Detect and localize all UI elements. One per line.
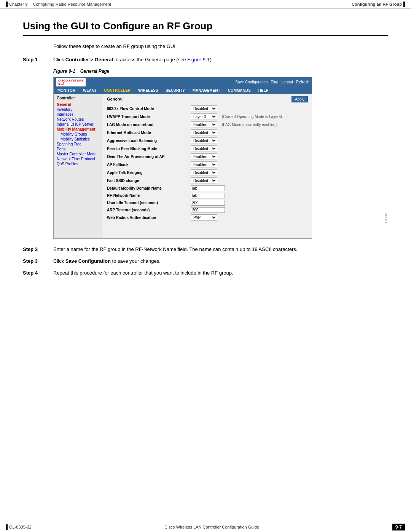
figure-link[interactable]: Figure 9-1 [187, 57, 210, 62]
label-appletalk: Apple Talk Bridging [107, 171, 191, 175]
form-row-fast-ssid: Fast SSID change DisabledEnabled [107, 177, 308, 184]
control-appletalk: DisabledEnabled [191, 169, 217, 176]
footer-left-accent [6, 524, 8, 530]
control-arp-timeout [191, 207, 225, 213]
select-appletalk[interactable]: DisabledEnabled [191, 169, 217, 176]
gui-topbar: CISCO SYSTEMS أحدقا Save Configuration P… [54, 77, 312, 87]
form-row-arp-timeout: ARP Timeout (seconds) [107, 207, 308, 213]
nav-management[interactable]: MANAGEMENT [193, 88, 220, 93]
form-row-p2p: Peer to Peer Blocking Mode DisabledEnabl… [107, 145, 308, 152]
refresh-link[interactable]: Refresh [296, 80, 309, 84]
chapter-text: Chapter 9 [9, 2, 27, 6]
sidebar-item-mobility-groups[interactable]: Mobility Groups [57, 132, 100, 136]
label-fast-ssid: Fast SSID change [107, 179, 191, 183]
step-2-content: Enter a name for the RF group in the RF-… [53, 246, 388, 252]
control-lag: EnabledDisabled (LAG Mode is currently e… [191, 121, 278, 128]
select-multicast[interactable]: DisabledEnabled [191, 129, 217, 136]
select-web-radius[interactable]: PAPCHAP [191, 214, 217, 221]
footer-bar: OL-8335-02 Cisco Wireless LAN Controller… [0, 522, 411, 532]
sidebar-item-master-controller[interactable]: Master Controller Mode [57, 152, 100, 156]
step-2-block: Step 2 Enter a name for the RF group in … [23, 246, 388, 252]
form-row-ap-fallback: AP Fallback EnabledDisabled [107, 161, 308, 168]
select-lwapp[interactable]: Layer 3Layer 2 [191, 113, 217, 120]
step-3-block: Step 3 Click Save Configuration to save … [23, 258, 388, 264]
nav-wireless[interactable]: WIRELESS [138, 88, 158, 93]
sidebar-item-interfaces[interactable]: Interfaces [57, 112, 100, 117]
label-lag: LAG Mode on next reboot [107, 123, 191, 127]
gui-section-title: General [107, 97, 123, 101]
input-rf-network[interactable] [191, 193, 225, 198]
step-3-content: Click Save Configuration to save your ch… [53, 258, 388, 264]
figure-caption-text: General Page [80, 69, 110, 74]
header-right-text: Configuring an RF Group [352, 2, 402, 6]
ping-link[interactable]: Ping [271, 80, 278, 84]
control-p2p: DisabledEnabled [191, 145, 217, 152]
select-load-balance[interactable]: DisabledEnabled [191, 137, 217, 144]
form-row-ota: Over The Air Provisioning of AP EnabledD… [107, 153, 308, 160]
sidebar-item-spanning-tree[interactable]: Spanning Tree [57, 142, 100, 146]
gui-sidebar: Controller General Inventory Interfaces … [54, 94, 103, 238]
sidebar-item-inventory[interactable]: Inventory [57, 107, 100, 112]
form-row-lag: LAG Mode on next reboot EnabledDisabled … [107, 121, 308, 128]
logout-link[interactable]: Logout [281, 80, 293, 84]
save-config-link[interactable]: Save Configuration [235, 80, 268, 84]
input-arp-timeout[interactable] [191, 207, 225, 213]
select-ota[interactable]: EnabledDisabled [191, 153, 217, 160]
control-fast-ssid: DisabledEnabled [191, 177, 217, 184]
label-multicast: Ethernet Multicast Mode [107, 131, 191, 135]
control-web-radius: PAPCHAP [191, 214, 217, 221]
label-flow-control: 802.3x Flow Control Mode [107, 107, 191, 111]
control-flow-control: DisabledEnabled [191, 105, 217, 112]
step-3-label: Step 3 [23, 258, 53, 264]
apply-button[interactable]: Apply [292, 96, 308, 102]
watermark-number: 145538 [384, 213, 387, 224]
input-mobility-domain[interactable] [191, 185, 225, 191]
form-row-web-radius: Web Radius Authentication PAPCHAP [107, 214, 308, 221]
nav-security[interactable]: SECURITY [166, 88, 185, 93]
nav-help[interactable]: HELP [258, 88, 269, 93]
control-idle-timeout [191, 200, 225, 206]
cisco-logo: CISCO SYSTEMS أحدقا [56, 78, 86, 86]
chapter-topic: Configuring Radio Resource Management [33, 2, 111, 6]
form-row-rf-network: RF-Network Name [107, 193, 308, 198]
control-lwapp: Layer 3Layer 2 (Current Operating Mode i… [191, 113, 282, 120]
nav-monitor[interactable]: MONITOR [57, 88, 75, 93]
nav-controller[interactable]: CONTROLLER [104, 88, 131, 93]
sidebar-item-network-routes[interactable]: Network Routes [57, 117, 100, 121]
sidebar-title: Controller [57, 96, 100, 100]
footer-guide-title: Cisco Wireless LAN Controller Configurat… [164, 525, 259, 529]
label-web-radius: Web Radius Authentication [107, 216, 191, 220]
select-ap-fallback[interactable]: EnabledDisabled [191, 161, 217, 168]
gui-body: Controller General Inventory Interfaces … [54, 94, 312, 238]
nav-commands[interactable]: COMMANDS [228, 88, 251, 93]
sidebar-item-mobility-management[interactable]: Mobility Management [57, 127, 100, 131]
control-ap-fallback: EnabledDisabled [191, 161, 217, 168]
input-idle-timeout[interactable] [191, 200, 225, 206]
gui-main-panel: General Apply 802.3x Flow Control Mode D… [103, 94, 312, 238]
control-mobility-domain [191, 185, 225, 191]
nav-wlans[interactable]: WLANs [83, 88, 97, 93]
chapter-label: Chapter 9 Configuring Radio Resource Man… [6, 2, 111, 7]
select-p2p[interactable]: DisabledEnabled [191, 145, 217, 152]
gui-form-table: 802.3x Flow Control Mode DisabledEnabled… [107, 105, 308, 221]
select-flow-control[interactable]: DisabledEnabled [191, 105, 217, 112]
step-4-block: Step 4 Repeat this procedure for each co… [23, 270, 388, 276]
sidebar-item-general[interactable]: General [57, 102, 100, 107]
header-bar: Chapter 9 Configuring Radio Resource Man… [0, 0, 411, 9]
header-right-label: Configuring an RF Group [352, 2, 405, 7]
sidebar-item-ports[interactable]: Ports [57, 147, 100, 151]
sidebar-item-ntp[interactable]: Network Time Protocol [57, 157, 100, 161]
control-multicast: DisabledEnabled [191, 129, 217, 136]
form-row-multicast: Ethernet Multicast Mode DisabledEnabled [107, 129, 308, 136]
select-fast-ssid[interactable]: DisabledEnabled [191, 177, 217, 184]
control-load-balance: DisabledEnabled [191, 137, 217, 144]
header-right-accent [403, 2, 405, 7]
form-row-appletalk: Apple Talk Bridging DisabledEnabled [107, 169, 308, 176]
select-lag[interactable]: EnabledDisabled [191, 121, 217, 128]
sidebar-item-mobility-statistics[interactable]: Mobility Statistics [57, 137, 100, 141]
sidebar-item-internal-dhcp[interactable]: Internal DHCP Server [57, 122, 100, 126]
gui-navbar: MONITOR WLANs CONTROLLER WIRELESS SECURI… [54, 87, 312, 94]
form-row-flow-control: 802.3x Flow Control Mode DisabledEnabled [107, 105, 308, 112]
sidebar-item-qos-profiles[interactable]: QoS Profiles [57, 162, 100, 166]
control-rf-network [191, 193, 225, 198]
